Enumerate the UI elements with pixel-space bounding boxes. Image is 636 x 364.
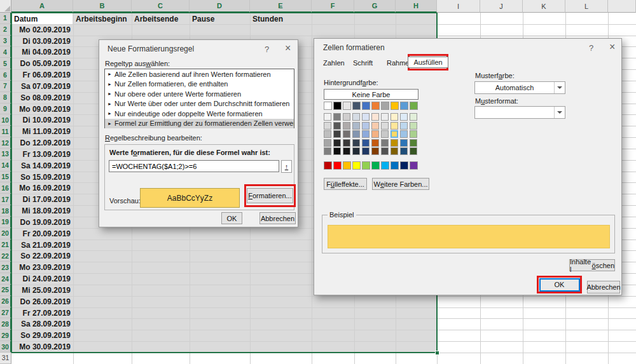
color-swatch[interactable] — [333, 130, 341, 138]
cell-date[interactable]: Mo 09.09.2019 — [13, 105, 71, 114]
color-swatch[interactable] — [381, 102, 389, 110]
row-header-4[interactable]: 4 — [0, 46, 11, 58]
row-header-15[interactable]: 15 — [0, 172, 11, 183]
row-header-11[interactable]: 11 — [0, 126, 11, 137]
color-swatch[interactable] — [410, 147, 417, 155]
color-swatch[interactable] — [333, 147, 341, 155]
color-swatch[interactable] — [343, 161, 351, 170]
column-header-partial[interactable] — [608, 0, 636, 13]
column-header-F[interactable]: F — [312, 0, 354, 13]
row-header-14[interactable]: 14 — [0, 160, 11, 172]
color-swatch[interactable] — [410, 130, 417, 138]
column-header-H[interactable]: H — [396, 0, 437, 13]
color-swatch[interactable] — [410, 139, 417, 147]
color-swatch[interactable] — [362, 161, 370, 170]
color-swatch[interactable] — [352, 139, 360, 147]
column-header-I[interactable]: I — [437, 0, 480, 13]
ok-button[interactable]: OK — [539, 278, 580, 292]
row-header-20[interactable]: 20 — [0, 228, 11, 239]
row-header-3[interactable]: 3 — [0, 36, 11, 47]
row-header-10[interactable]: 10 — [0, 114, 11, 126]
color-swatch[interactable] — [381, 147, 389, 155]
fill-handle[interactable] — [435, 351, 439, 355]
close-icon[interactable]: × — [285, 44, 291, 52]
row-header-28[interactable]: 28 — [0, 318, 11, 330]
cell-date[interactable]: Di 17.09.2019 — [13, 195, 71, 204]
cell-date[interactable]: Di 24.09.2019 — [13, 274, 71, 283]
color-swatch[interactable] — [324, 130, 331, 138]
more-colors-button[interactable]: Weitere Farben... — [372, 178, 429, 190]
color-swatch[interactable] — [324, 122, 331, 130]
row-header-12[interactable]: 12 — [0, 137, 11, 149]
column-header-E[interactable]: E — [250, 0, 312, 13]
color-swatch[interactable] — [324, 102, 332, 110]
row-header-5[interactable]: 5 — [0, 58, 11, 69]
rule-type-option[interactable]: ►Nur eindeutige oder doppelte Werte form… — [105, 109, 294, 119]
color-swatch[interactable] — [391, 113, 398, 121]
rule-type-listbox[interactable]: ►Alle Zellen basierend auf ihren Werten … — [104, 69, 294, 128]
color-swatch[interactable] — [352, 130, 360, 138]
row-header-1[interactable]: 1 — [0, 13, 11, 24]
color-swatch[interactable] — [362, 122, 370, 130]
color-swatch[interactable] — [352, 122, 360, 130]
color-swatch[interactable] — [324, 147, 331, 155]
cell-date[interactable]: So 15.09.2019 — [13, 173, 71, 182]
color-swatch[interactable] — [362, 113, 370, 121]
range-picker-button[interactable]: ↑ — [281, 160, 292, 173]
cell-date[interactable]: Mo 23.09.2019 — [13, 263, 71, 272]
cell-date[interactable]: Sa 14.09.2019 — [13, 161, 71, 170]
cell-date[interactable]: Mi 04.09.2019 — [13, 48, 71, 57]
color-swatch[interactable] — [352, 113, 360, 121]
help-icon[interactable]: ? — [589, 43, 593, 53]
color-swatch[interactable] — [371, 113, 379, 121]
dropdown-button[interactable] — [554, 82, 565, 93]
color-swatch[interactable] — [400, 147, 408, 155]
row-header-8[interactable]: 8 — [0, 92, 11, 104]
color-swatch[interactable] — [391, 161, 399, 170]
cell-date[interactable]: Sa 28.09.2019 — [13, 320, 71, 328]
column-title-cell[interactable]: Pause — [192, 15, 247, 24]
row-header-18[interactable]: 18 — [0, 205, 11, 217]
column-header-J[interactable]: J — [480, 0, 523, 13]
cell-date[interactable]: Mi 18.09.2019 — [13, 206, 71, 215]
cell-date[interactable]: Fr 20.09.2019 — [13, 229, 71, 238]
cell-date[interactable]: Do 19.09.2019 — [13, 218, 71, 227]
cell-date[interactable]: Mi 25.09.2019 — [13, 286, 71, 295]
color-swatch[interactable] — [362, 130, 370, 138]
color-swatch-selected[interactable] — [391, 130, 398, 138]
color-swatch[interactable] — [381, 122, 389, 130]
cell-date[interactable]: So 08.09.2019 — [13, 93, 71, 102]
close-icon[interactable]: × — [609, 43, 615, 51]
row-header-26[interactable]: 26 — [0, 296, 11, 307]
color-swatch[interactable] — [352, 102, 361, 110]
row-header-24[interactable]: 24 — [0, 273, 11, 285]
format-button[interactable]: Formatieren... — [247, 188, 293, 203]
color-swatch[interactable] — [371, 102, 380, 110]
color-swatch[interactable] — [362, 102, 370, 110]
row-header-25[interactable]: 25 — [0, 285, 11, 296]
cell-date[interactable]: So 29.09.2019 — [13, 331, 71, 340]
rule-type-option[interactable]: ►Alle Zellen basierend auf ihren Werten … — [105, 69, 294, 79]
color-swatch[interactable] — [333, 113, 341, 121]
row-header-7[interactable]: 7 — [0, 81, 11, 92]
row-header-13[interactable]: 13 — [0, 149, 11, 160]
color-swatch[interactable] — [324, 161, 332, 170]
color-swatch[interactable] — [343, 122, 350, 130]
rule-type-option[interactable]: ►Formel zur Ermittlung der zu formatiere… — [105, 119, 294, 129]
cell-date[interactable]: Di 03.09.2019 — [13, 37, 71, 46]
color-swatch[interactable] — [400, 161, 408, 170]
color-swatch[interactable] — [391, 139, 398, 147]
tab-ausfuellen[interactable]: Ausfüllen — [408, 57, 448, 68]
color-swatch[interactable] — [371, 122, 379, 130]
color-swatch[interactable] — [400, 102, 408, 110]
column-title-cell[interactable]: Arbeitsende — [134, 15, 187, 24]
ok-button[interactable]: OK — [221, 212, 242, 224]
cell-date[interactable]: Mo 16.09.2019 — [13, 184, 71, 192]
color-swatch[interactable] — [400, 130, 408, 138]
color-swatch[interactable] — [343, 139, 350, 147]
color-swatch[interactable] — [400, 139, 408, 147]
pattern-color-dropdown[interactable]: Automatisch — [474, 81, 565, 94]
color-swatch[interactable] — [371, 130, 379, 138]
row-header-21[interactable]: 21 — [0, 239, 11, 251]
cell-date[interactable]: Mo 30.09.2019 — [13, 342, 71, 351]
